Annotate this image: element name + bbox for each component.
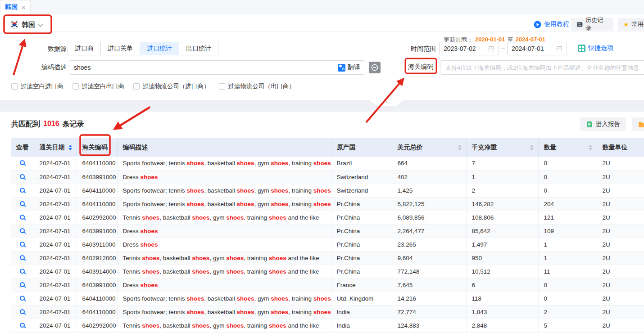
view-record-icon[interactable] — [20, 188, 25, 193]
results-summary: 共匹配到 1016 条记录 — [11, 120, 84, 129]
quantity-unit-cell: 2U — [597, 157, 644, 170]
view-record-icon[interactable] — [20, 309, 25, 314]
tutorial-link[interactable]: 使用教程 — [534, 20, 569, 28]
sort-icon[interactable] — [68, 145, 72, 150]
hs-code-cell: 6403991000 — [77, 224, 117, 238]
tab-korea[interactable]: 韩国 — [0, 0, 31, 14]
quick-options-link[interactable]: 快捷选项 — [578, 44, 613, 52]
quantity-unit-cell: 2U — [597, 197, 644, 211]
desc-input[interactable] — [69, 64, 333, 71]
origin-country-cell: Pr.China — [331, 265, 392, 278]
date-cell: 2024-07-01 — [34, 251, 77, 265]
view-cell — [11, 170, 34, 184]
quantity-cell: 204 — [538, 197, 597, 211]
filter-checkbox-3[interactable]: 过滤物流公司（出口商） — [219, 82, 295, 90]
app-window: 韩国 韩国 使用教程 历史记录 常用条件 — [0, 0, 644, 333]
quantity-cell: 1 — [538, 251, 597, 265]
country-selector-label[interactable]: 韩国 — [22, 21, 35, 29]
sort-icon[interactable] — [589, 145, 592, 150]
calendar-icon — [488, 45, 494, 52]
view-record-icon[interactable] — [20, 242, 25, 247]
description-cell: Dress shoes — [117, 224, 331, 238]
origin-country-cell: Switzerland — [331, 184, 392, 197]
view-record-icon[interactable] — [20, 296, 25, 301]
export-button[interactable] — [632, 117, 644, 131]
filter-checkbox-2[interactable]: 过滤物流公司（进口商） — [133, 82, 210, 90]
datasource-option-0[interactable]: 进口商 — [68, 42, 101, 55]
view-record-icon[interactable] — [20, 255, 25, 260]
origin-country-cell: India — [331, 305, 392, 319]
origin-country-cell: Pr.China — [331, 238, 392, 251]
filter-checkbox-1[interactable]: 过滤空白出口商 — [73, 82, 125, 90]
net-weight-cell: 1 — [466, 170, 538, 184]
usd-total-cell: 14,216 — [392, 292, 466, 305]
table-row: 2024-07-016403991000Dress shoesSwitzerla… — [11, 170, 644, 184]
tutorial-label: 使用教程 — [544, 20, 569, 28]
quantity-unit-cell: 2U — [597, 224, 644, 238]
column-header-5[interactable]: 美元总价 — [392, 138, 466, 157]
view-record-icon[interactable] — [20, 323, 25, 328]
view-record-icon[interactable] — [20, 160, 25, 165]
column-header-7[interactable]: 数量 — [538, 138, 597, 157]
table-row: 2024-07-016404110000Sports footwear; ten… — [11, 157, 644, 170]
description-cell: Sports footwear; tennis shoes, basketbal… — [117, 197, 331, 211]
view-record-icon[interactable] — [20, 228, 25, 233]
checkbox-label: 过滤物流公司（进口商） — [143, 82, 210, 90]
date-range-separator: – — [501, 45, 505, 52]
description-cell: Sports footwear; tennis shoes, basketbal… — [117, 184, 331, 197]
sort-icon[interactable] — [458, 145, 462, 150]
checkbox-icon[interactable] — [133, 83, 140, 90]
view-record-icon[interactable] — [20, 215, 25, 220]
column-header-6[interactable]: 千克净重 — [466, 138, 538, 157]
hs-code-cell: 6403991000 — [77, 278, 117, 292]
checkbox-icon[interactable] — [11, 83, 18, 90]
view-record-icon[interactable] — [20, 201, 25, 206]
filter-checkbox-0[interactable]: 过滤空白进口商 — [11, 82, 63, 90]
favorites-button[interactable]: 常用条件 — [618, 18, 644, 31]
hs-code-input[interactable] — [440, 60, 644, 75]
hs-code-cell: 6402992000 — [77, 211, 117, 224]
sort-icon[interactable] — [530, 145, 534, 150]
star-icon — [623, 21, 629, 28]
table-row: 2024-07-016403911000Dress shoesPr.China2… — [11, 238, 644, 251]
description-cell: Dress shoes — [117, 278, 331, 292]
date-start-input[interactable]: 2023-07-02 — [439, 42, 499, 55]
collapse-filter-handle[interactable] — [369, 100, 404, 106]
date-cell: 2024-07-01 — [34, 184, 77, 197]
view-record-icon[interactable] — [20, 282, 25, 287]
exact-match-icon — [371, 63, 379, 72]
checkbox-label: 过滤空白出口商 — [82, 82, 125, 90]
hs-code-cell: 6404110000 — [77, 184, 117, 197]
usd-total-cell: 1,425 — [392, 184, 466, 197]
datasource-group: 进口商进口关单进口统计出口统计 — [68, 42, 218, 55]
column-header-1[interactable]: 通关日期 — [34, 138, 77, 157]
usd-total-cell: 7,645 — [392, 278, 466, 292]
view-record-icon[interactable] — [20, 174, 25, 179]
datasource-option-2[interactable]: 进口统计 — [140, 42, 179, 55]
datasource-option-1[interactable]: 进口关单 — [100, 42, 140, 55]
enter-report-button[interactable]: 进入报告 — [580, 117, 626, 131]
origin-country-cell: Pr.China — [331, 197, 392, 211]
usd-total-cell: 23,265 — [392, 238, 466, 251]
datasource-option-3[interactable]: 出口统计 — [179, 42, 218, 55]
exact-match-button[interactable] — [369, 62, 381, 73]
checkbox-icon[interactable] — [73, 83, 79, 90]
column-header-label: 编码描述 — [123, 144, 148, 152]
history-button[interactable]: 历史记录 — [571, 18, 613, 31]
usd-total-cell: 5,822,125 — [392, 197, 466, 211]
view-cell — [11, 305, 34, 319]
view-record-icon[interactable] — [20, 269, 25, 274]
translate-button[interactable]: 中A 翻译 — [333, 63, 365, 72]
quantity-unit-cell: 2U — [597, 278, 644, 292]
tab-close-icon[interactable] — [22, 4, 26, 11]
quantity-cell: 0 — [538, 292, 597, 305]
net-weight-cell: 146,282 — [466, 197, 538, 211]
report-icon — [586, 121, 593, 128]
checkbox-icon[interactable] — [219, 83, 225, 90]
origin-country-cell: Pr.China — [331, 211, 392, 224]
origin-country-cell: Utd. Kingdom — [331, 292, 392, 305]
quantity-unit-cell: 2U — [597, 184, 644, 197]
date-end-input[interactable]: 2024-07-01 — [507, 42, 567, 55]
chevron-down-icon[interactable] — [38, 23, 43, 27]
view-cell — [11, 292, 34, 305]
